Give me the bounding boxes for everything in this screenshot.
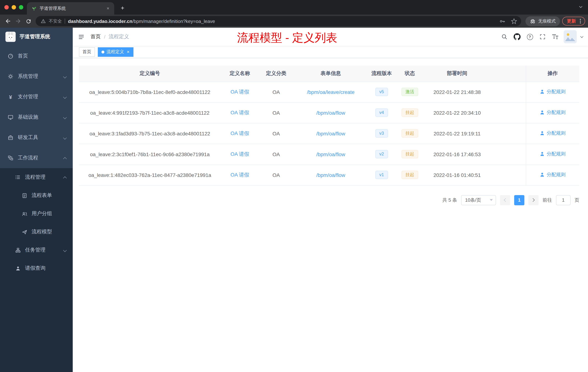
tab-search-chevron-icon[interactable]: [578, 4, 584, 11]
cell-spacer: [490, 144, 526, 164]
assign-rule-link[interactable]: 分配规则: [540, 130, 566, 136]
assign-rule-link[interactable]: 分配规则: [540, 109, 566, 116]
app-logo[interactable]: 芋道管理系统: [0, 28, 73, 46]
tag-process-definition[interactable]: 流程定义: [98, 47, 134, 57]
tab-title: 芋道管理系统: [40, 5, 102, 11]
chevron-up-icon: [64, 175, 66, 179]
breadcrumb-home[interactable]: 首页: [91, 33, 101, 40]
search-icon[interactable]: [500, 32, 509, 42]
app-header: 首页 / 流程定义 流程模型 - 定义列表 ?: [73, 28, 588, 46]
sidebar-item-infrastructure[interactable]: 基础设施: [0, 107, 73, 127]
sidebar-item-process-management[interactable]: 流程管理: [0, 168, 73, 186]
cell-status: 挂起: [395, 164, 424, 185]
red-annotation: 流程模型 - 定义列表: [237, 30, 337, 45]
status-badge: 挂起: [401, 171, 418, 179]
form-link[interactable]: /bpm/oa/flow: [316, 151, 345, 157]
sidebar-item-label: 用户分组: [32, 210, 52, 217]
github-icon[interactable]: [513, 32, 521, 42]
next-page-button[interactable]: [528, 195, 538, 205]
breadcrumb-current: 流程定义: [109, 33, 129, 40]
assign-rule-link[interactable]: 分配规则: [540, 151, 566, 157]
cell-status: 挂起: [395, 102, 424, 123]
sidebar-item-label: 首页: [18, 53, 28, 59]
cell-deploy-time: 2022-01-16 17:46:53: [424, 144, 490, 164]
form-link[interactable]: /bpm/oa/flow: [316, 131, 345, 136]
version-badge: v4: [375, 109, 388, 117]
reload-button[interactable]: [23, 16, 33, 26]
security-label[interactable]: 不安全: [49, 18, 62, 24]
forward-button[interactable]: [13, 16, 23, 26]
kebab-menu-icon[interactable]: [577, 18, 584, 24]
assign-rule-link[interactable]: 分配规则: [540, 171, 566, 178]
status-badge: 挂起: [401, 129, 418, 138]
sidebar-item-task-management[interactable]: 任务管理: [0, 241, 73, 259]
minimize-window-button[interactable]: [12, 5, 16, 10]
chevron-down-icon: [64, 116, 66, 119]
chevron-left-icon: [504, 198, 507, 202]
sidebar-item-dev-tools[interactable]: 研发工具: [0, 127, 73, 148]
cell-form-info: /bpm/oa/flow: [294, 123, 368, 144]
yen-icon: ¥: [7, 94, 14, 100]
definition-name-link[interactable]: OA 请假: [231, 89, 249, 94]
cell-deploy-time: 2022-01-22 20:34:10: [424, 102, 490, 123]
gear-icon: [7, 74, 14, 79]
chevron-down-icon: [64, 249, 66, 251]
maximize-window-button[interactable]: [19, 5, 23, 10]
help-icon[interactable]: ?: [525, 32, 534, 42]
cell-deploy-time: 2022-01-22 21:48:38: [424, 82, 490, 102]
bookmark-star-icon[interactable]: [509, 17, 518, 25]
definition-name-link[interactable]: OA 请假: [231, 151, 249, 157]
definition-name-link[interactable]: OA 请假: [231, 109, 249, 115]
browser-update-button[interactable]: 更新: [562, 17, 585, 25]
main-area: 首页 / 流程定义 流程模型 - 定义列表 ?: [73, 28, 588, 372]
definition-name-link[interactable]: OA 请假: [231, 172, 249, 177]
prev-page-button[interactable]: [500, 195, 510, 205]
cell-category: OA: [259, 123, 294, 144]
font-size-icon[interactable]: [551, 32, 560, 42]
back-button[interactable]: [3, 16, 13, 26]
form-link[interactable]: /bpm/oa/flow: [316, 110, 345, 116]
password-key-icon[interactable]: [498, 17, 506, 25]
cell-status: 挂起: [395, 123, 424, 144]
sidebar-item-system-management[interactable]: 系统管理: [0, 66, 73, 87]
cell-definition-name: OA 请假: [221, 82, 259, 102]
cell-category: OA: [259, 102, 294, 123]
definition-name-link[interactable]: OA 请假: [231, 130, 249, 136]
avatar-caret-icon[interactable]: [580, 35, 583, 38]
header-actions: ?: [500, 30, 584, 43]
sidebar-item-process-model[interactable]: 流程模型: [0, 223, 73, 241]
fullscreen-icon[interactable]: [538, 32, 547, 42]
tag-label: 流程定义: [106, 49, 124, 55]
form-link[interactable]: /bpm/oa/leave/create: [307, 89, 355, 95]
assign-rule-link[interactable]: 分配规则: [540, 88, 566, 95]
user-avatar[interactable]: [564, 30, 577, 43]
incognito-icon: [530, 18, 536, 24]
cell-actions: 分配规则: [526, 82, 579, 102]
briefcase-icon: [7, 135, 14, 141]
page-size-select[interactable]: 10条/页: [461, 195, 496, 205]
table-row: oa_leave:4:991f2193-7b7f-11ec-a3c8-acde4…: [79, 102, 579, 123]
tag-close-icon[interactable]: [126, 50, 130, 54]
sidebar-item-workflow[interactable]: 工作流程: [0, 148, 73, 168]
cell-form-info: /bpm/oa/flow: [294, 144, 368, 164]
close-window-button[interactable]: [4, 5, 9, 10]
current-page-button[interactable]: 1: [514, 195, 524, 205]
tab-close-icon[interactable]: [105, 5, 111, 12]
breadcrumb-separator: /: [104, 34, 105, 40]
tag-home[interactable]: 首页: [79, 47, 95, 57]
hamburger-icon[interactable]: [78, 33, 85, 40]
screen: 芋道管理系统 不安全 dashboard.yudao.ioc: [0, 0, 588, 372]
sidebar-item-process-form[interactable]: 流程表单: [0, 186, 73, 205]
sidebar-item-payment-management[interactable]: ¥ 支付管理: [0, 87, 73, 107]
sidebar-item-user-group[interactable]: 用户分组: [0, 205, 73, 223]
monitor-icon: [7, 114, 14, 120]
address-bar[interactable]: 不安全 dashboard.yudao.iocoder.cn/bpm/manag…: [36, 16, 521, 26]
browser-tab[interactable]: 芋道管理系统: [27, 2, 114, 15]
new-tab-button[interactable]: [118, 3, 127, 13]
form-link[interactable]: /bpm/oa/flow: [316, 172, 345, 178]
sidebar-item-leave-query[interactable]: 请假查询: [0, 259, 73, 277]
sidebar-item-home[interactable]: 首页: [0, 46, 73, 66]
goto-page-input[interactable]: [556, 195, 571, 205]
cell-version: v3: [368, 123, 395, 144]
browser-toolbar: 不安全 dashboard.yudao.iocoder.cn/bpm/manag…: [0, 15, 588, 28]
